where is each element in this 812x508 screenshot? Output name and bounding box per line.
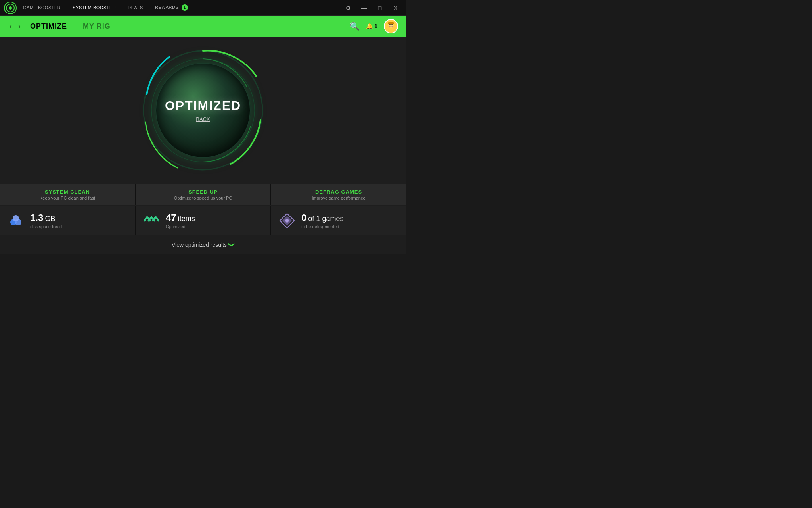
defrag-games-subtitle: Improve game performance [279,196,398,200]
speed-up-subtitle: Optimize to speed up your PC [144,196,262,200]
settings-button[interactable]: ⚙ [342,2,354,14]
secondary-nav: ‹ › OPTIMIZE MY RIG 🔍 🔔 1 [0,16,406,37]
forward-arrow[interactable]: › [17,21,22,32]
sec-nav-right: 🔍 🔔 1 [350,19,398,33]
window-controls: ⚙ — □ ✕ [342,2,402,14]
top-nav: GAME BOOSTER SYSTEM BOOSTER DEALS REWARD… [0,0,406,16]
optimized-label: OPTIMIZED [165,98,241,113]
avatar[interactable] [384,19,398,33]
view-results-label: View optimized results [172,242,227,248]
view-results-button[interactable]: View optimized results ❯ [0,235,406,254]
search-icon[interactable]: 🔍 [350,21,360,31]
defrag-games-unit: of 1 games [308,215,343,223]
nav-game-booster[interactable]: GAME BOOSTER [23,4,61,12]
maximize-button[interactable]: □ [373,2,386,14]
close-button[interactable]: ✕ [389,2,402,14]
minimize-button[interactable]: — [358,2,370,14]
main-content: OPTIMIZED BACK SYSTEM CLEAN Keep your PC… [0,37,406,254]
panel-header-system-clean: SYSTEM CLEAN Keep your PC clean and fast [0,184,135,205]
svg-rect-7 [388,22,394,25]
panel-data: 1.3 GB disk space freed 47 items [0,206,406,235]
svg-point-2 [9,6,12,10]
sec-nav-my-rig[interactable]: MY RIG [83,22,111,31]
defrag-games-value: 0 [301,212,306,223]
speed-up-icon [144,213,159,229]
defrag-games-title: DEFRAG GAMES [279,189,398,195]
chevron-down-icon: ❯ [228,242,236,247]
system-clean-icon [8,213,24,229]
nav-deals[interactable]: DEALS [128,4,143,12]
view-results-text: View optimized results ❯ [172,241,234,248]
notification-button[interactable]: 🔔 1 [366,23,377,29]
optimized-circle[interactable]: OPTIMIZED BACK [155,63,251,158]
speed-up-label: Optimized [166,224,195,229]
rewards-badge: 1 [182,4,188,11]
sec-nav-optimize[interactable]: OPTIMIZE [30,22,67,31]
system-clean-label: disk space freed [30,224,62,229]
panel-header-defrag-games: DEFRAG GAMES Improve game performance [271,184,406,205]
nav-items: GAME BOOSTER SYSTEM BOOSTER DEALS REWARD… [23,3,342,13]
bell-icon: 🔔 [366,23,373,29]
defrag-games-icon [279,213,295,229]
panel-headers: SYSTEM CLEAN Keep your PC clean and fast… [0,184,406,205]
outer-ring: OPTIMIZED BACK [140,47,266,174]
defrag-games-label: to be defragmented [301,224,343,229]
panel-data-speed-up: 47 items Optimized [136,206,270,235]
svg-point-12 [13,215,19,221]
speed-up-data: 47 items Optimized [166,212,195,229]
panel-data-defrag-games: 0 of 1 games to be defragmented [271,206,406,235]
nav-arrows: ‹ › [8,21,22,32]
panel-data-system-clean: 1.3 GB disk space freed [0,206,135,235]
system-clean-title: SYSTEM CLEAN [8,189,127,195]
back-button[interactable]: BACK [196,116,210,122]
nav-system-booster[interactable]: SYSTEM BOOSTER [73,4,116,12]
panel-header-speed-up: SPEED UP Optimize to speed up your PC [136,184,270,205]
system-clean-data: 1.3 GB disk space freed [30,212,62,229]
defrag-games-data: 0 of 1 games to be defragmented [301,212,343,229]
speed-up-unit: items [178,215,195,223]
app-logo[interactable] [4,2,17,14]
system-clean-subtitle: Keep your PC clean and fast [8,196,127,200]
sec-nav-items: OPTIMIZE MY RIG [30,22,350,31]
circle-area: OPTIMIZED BACK [0,37,406,184]
nav-rewards[interactable]: REWARDS 1 [155,3,188,13]
speed-up-value: 47 [166,212,176,223]
speed-up-title: SPEED UP [144,189,262,195]
system-clean-value: 1.3 [30,212,43,223]
back-arrow[interactable]: ‹ [8,21,13,32]
notification-count: 1 [374,23,377,29]
system-clean-unit: GB [45,215,55,223]
